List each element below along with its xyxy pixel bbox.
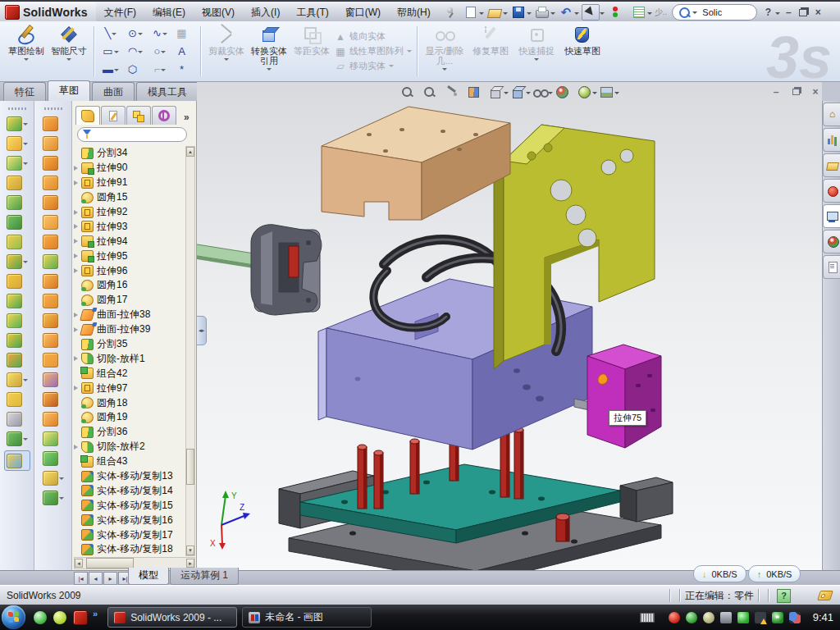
taskbar-task-button[interactable]: SolidWorks 2009 - ... xyxy=(107,607,237,628)
command-button[interactable]: ▦ 线性草图阵列 xyxy=(335,45,412,57)
dropdown-caret-icon[interactable] xyxy=(59,497,64,502)
cylinder-surface-icon[interactable] xyxy=(43,450,64,466)
tree-item[interactable]: 组合43 xyxy=(74,454,187,469)
expand-arrow-icon[interactable] xyxy=(74,253,81,258)
clamp-unit[interactable] xyxy=(251,225,322,315)
tree-item[interactable]: 分割36 xyxy=(74,425,187,440)
display-style-icon[interactable] xyxy=(511,85,531,99)
reference-axis-icon[interactable] xyxy=(7,411,28,427)
open-file-icon[interactable] xyxy=(486,5,503,20)
pin-icon[interactable] xyxy=(444,5,455,20)
view-orientation-icon[interactable] xyxy=(489,85,509,99)
security-guard-icon[interactable] xyxy=(772,612,783,623)
dropdown-caret-icon[interactable] xyxy=(224,58,229,63)
expand-arrow-icon[interactable] xyxy=(74,224,81,229)
prev-tab-button[interactable]: ◂ xyxy=(89,572,103,585)
tree-item[interactable]: 圆角18 xyxy=(74,395,187,410)
taskbar-task-button[interactable]: 未命名 - 画图 xyxy=(242,607,372,628)
antivirus-icon[interactable] xyxy=(686,612,697,623)
update-icon[interactable] xyxy=(737,612,749,623)
sketch-tool-button[interactable]: ∿ xyxy=(148,25,172,43)
apply-scene-icon[interactable] xyxy=(578,85,597,99)
search-input[interactable] xyxy=(701,7,750,18)
dropdown-caret-icon[interactable] xyxy=(23,438,28,443)
tree-item[interactable]: 圆角16 xyxy=(74,278,187,293)
draft-icon[interactable] xyxy=(7,214,28,230)
tree-item[interactable]: 分割34 xyxy=(74,146,187,161)
thicken-icon[interactable] xyxy=(43,352,64,368)
dropdown-caret-icon[interactable] xyxy=(114,51,119,56)
quick-tips-icon[interactable]: ? xyxy=(777,589,791,603)
fillet-icon[interactable] xyxy=(7,155,28,171)
guide-rod[interactable] xyxy=(197,243,259,269)
command-button[interactable]: 快速草图 xyxy=(559,21,605,81)
ribbon-tab[interactable]: 模具工具 xyxy=(136,82,199,101)
dropdown-caret-icon[interactable] xyxy=(526,92,531,97)
reference-plane-icon[interactable] xyxy=(7,391,28,407)
right-rail[interactable] xyxy=(620,477,673,522)
side-block-extrude75[interactable] xyxy=(587,345,661,448)
configurationmanager-tab-icon[interactable] xyxy=(126,106,151,125)
doc-close-button[interactable]: × xyxy=(809,85,822,98)
command-button[interactable]: 草图绘制 xyxy=(5,21,48,81)
toolbar-grip[interactable] xyxy=(44,107,62,110)
extruded-cut-icon[interactable] xyxy=(7,116,28,131)
network-status-icon[interactable] xyxy=(755,612,766,623)
command-button[interactable]: 快速捕捉 xyxy=(514,21,559,81)
hole-wizard-icon[interactable] xyxy=(7,234,28,249)
dropdown-caret-icon[interactable] xyxy=(66,58,71,63)
sketch-tool-button[interactable]: ◠ xyxy=(123,43,148,61)
propertymanager-tab-icon[interactable] xyxy=(101,106,126,125)
expand-arrow-icon[interactable] xyxy=(74,210,81,215)
section-view-icon[interactable] xyxy=(467,85,486,99)
tree-item[interactable]: 组合42 xyxy=(74,366,187,381)
dropdown-caret-icon[interactable] xyxy=(614,92,619,97)
expand-arrow-icon[interactable] xyxy=(74,445,81,450)
dropdown-caret-icon[interactable] xyxy=(534,58,539,63)
ribbon-tab[interactable]: 草图 xyxy=(48,80,90,101)
combine-icon[interactable] xyxy=(7,332,28,348)
shell-icon[interactable] xyxy=(7,194,28,210)
new-file-icon[interactable] xyxy=(463,5,479,20)
keyboard-layout-icon[interactable] xyxy=(640,613,655,623)
previous-view-icon[interactable] xyxy=(445,85,464,99)
command-button[interactable]: 显示/删除几... xyxy=(422,21,468,81)
dropdown-caret-icon[interactable] xyxy=(138,33,143,38)
doc-restore-button[interactable] xyxy=(789,85,802,98)
dropdown-caret-icon[interactable] xyxy=(23,261,28,266)
tree-item[interactable]: 切除-放样1 xyxy=(74,351,187,366)
rebuild-icon[interactable] xyxy=(607,5,623,20)
split-icon[interactable] xyxy=(7,293,28,308)
command-button[interactable]: 转换实体引用 xyxy=(248,21,290,81)
untrim-surface-icon[interactable] xyxy=(43,313,64,328)
ribbon-tab[interactable]: 曲面 xyxy=(92,82,135,101)
dropdown-caret-icon[interactable] xyxy=(59,477,64,482)
move-copy-body-icon[interactable] xyxy=(7,352,28,368)
dropdown-caret-icon[interactable] xyxy=(550,12,555,17)
reference-point-icon[interactable] xyxy=(7,372,28,387)
cut-with-surface-icon[interactable] xyxy=(43,372,64,387)
split-body-icon[interactable] xyxy=(7,313,28,328)
ejector-cylinder[interactable] xyxy=(556,514,569,541)
security-center-icon[interactable] xyxy=(669,612,680,623)
tree-item[interactable]: 实体-移动/复制14 xyxy=(74,483,187,498)
dropdown-caret-icon[interactable] xyxy=(267,68,272,73)
extend-surface-icon[interactable] xyxy=(43,273,64,289)
menu-item[interactable]: 文件(F) xyxy=(96,3,144,22)
instant3d-icon[interactable] xyxy=(4,450,30,471)
dropdown-caret-icon[interactable] xyxy=(138,51,143,56)
help-caret-icon[interactable] xyxy=(775,12,780,17)
dropdown-caret-icon[interactable] xyxy=(407,50,412,55)
filled-surface-icon[interactable] xyxy=(43,175,64,190)
appearances-icon[interactable] xyxy=(823,230,840,253)
help-button[interactable]: ? xyxy=(760,6,775,19)
dropdown-caret-icon[interactable] xyxy=(23,379,28,384)
dropdown-caret-icon[interactable] xyxy=(24,58,29,63)
trim-surface-icon[interactable] xyxy=(43,293,64,308)
expand-arrow-icon[interactable] xyxy=(74,166,81,171)
dropdown-caret-icon[interactable] xyxy=(389,65,394,70)
expand-arrow-icon[interactable] xyxy=(74,239,81,244)
reference-point-icon[interactable] xyxy=(43,470,64,486)
dropdown-caret-icon[interactable] xyxy=(112,33,116,38)
dropdown-caret-icon[interactable] xyxy=(600,12,605,17)
